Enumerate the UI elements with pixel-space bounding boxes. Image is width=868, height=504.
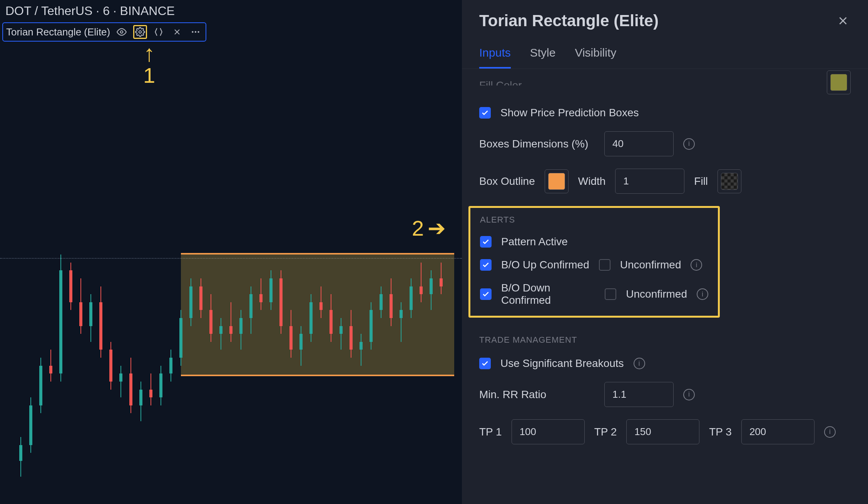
tp2-label: TP 2 [594, 426, 617, 438]
fill-label: Fill [694, 175, 708, 188]
chart-symbol-title[interactable]: DOT / TetherUS · 6 · BINANCE [5, 4, 175, 18]
bo-up-label: B/O Up Confirmed [501, 259, 589, 271]
annotation-1: ↑ 1 [143, 44, 155, 88]
width-label: Width [578, 175, 606, 188]
chart-area[interactable]: DOT / TetherUS · 6 · BINANCE Torian Rect… [0, 0, 462, 504]
bo-up-checkbox[interactable] [480, 259, 492, 271]
svg-point-5 [195, 31, 196, 33]
tp1-label: TP 1 [479, 426, 502, 438]
box-outline-label: Box Outline [479, 175, 535, 188]
arrow-right-icon: ➔ [428, 216, 446, 241]
indicator-legend[interactable]: Torian Rectangle (Elite) [2, 22, 206, 42]
alerts-section-highlight: ALERTS Pattern Active B/O Up Confirmed U… [468, 206, 720, 318]
panel-title: Torian Rectangle (Elite) [479, 12, 659, 30]
info-icon[interactable]: i [691, 259, 702, 271]
tab-style[interactable]: Style [530, 42, 556, 69]
info-icon[interactable]: i [683, 389, 695, 400]
show-boxes-checkbox[interactable] [479, 107, 491, 119]
info-icon[interactable]: i [634, 358, 645, 369]
panel-close-button[interactable] [835, 13, 851, 28]
tabs: Inputs Style Visibility [462, 42, 868, 69]
annotation-2: 2 ➔ [412, 216, 446, 241]
boxes-dim-input[interactable] [604, 131, 674, 156]
trade-mgmt-heading: TRADE MANAGEMENT [479, 335, 851, 345]
arrow-up-icon: ↑ [143, 44, 155, 63]
bo-down-label: B/O Down Confirmed [501, 282, 595, 306]
info-icon[interactable]: i [824, 426, 836, 438]
bo-up-unconfirmed-checkbox[interactable] [599, 259, 610, 271]
use-sig-breakouts-label: Use Significant Breakouts [500, 357, 624, 370]
min-rr-input[interactable] [604, 382, 674, 407]
more-icon[interactable] [189, 25, 202, 39]
tp3-label: TP 3 [709, 426, 732, 438]
outline-color-swatch[interactable] [548, 173, 565, 190]
indicator-name: Torian Rectangle (Elite) [6, 26, 110, 38]
source-code-icon[interactable] [152, 25, 166, 39]
tp3-input[interactable] [741, 419, 814, 444]
alerts-heading: ALERTS [480, 215, 708, 225]
bo-up-unconfirmed-label: Unconfirmed [620, 259, 681, 271]
pattern-active-label: Pattern Active [501, 236, 568, 248]
info-icon[interactable]: i [697, 288, 708, 300]
eye-icon[interactable] [115, 25, 129, 39]
fill-color-swatch[interactable] [830, 74, 847, 91]
pattern-active-checkbox[interactable] [480, 236, 492, 248]
settings-panel: Torian Rectangle (Elite) Inputs Style Vi… [462, 0, 868, 504]
svg-point-6 [198, 31, 199, 33]
bo-down-unconfirmed-label: Unconfirmed [626, 288, 687, 300]
use-sig-breakouts-checkbox[interactable] [479, 358, 491, 369]
svg-point-1 [139, 31, 142, 33]
svg-point-4 [192, 31, 193, 33]
min-rr-label: Min. RR Ratio [479, 388, 595, 401]
tab-inputs[interactable]: Inputs [479, 42, 511, 69]
info-icon[interactable]: i [683, 138, 695, 150]
candlestick-chart[interactable] [19, 239, 462, 501]
close-icon[interactable] [170, 25, 184, 39]
show-boxes-label: Show Price Prediction Boxes [500, 107, 639, 119]
boxes-dim-label: Boxes Dimensions (%) [479, 138, 595, 150]
tp2-input[interactable] [626, 419, 699, 444]
svg-point-0 [120, 31, 123, 33]
tab-visibility[interactable]: Visibility [575, 42, 616, 69]
bo-down-checkbox[interactable] [480, 288, 492, 300]
fill-color-label: Fill Color [479, 79, 522, 85]
gear-icon[interactable] [133, 25, 147, 39]
tp1-input[interactable] [512, 419, 585, 444]
bo-down-unconfirmed-checkbox[interactable] [605, 288, 616, 300]
fill-swatch[interactable] [721, 173, 738, 190]
width-input[interactable] [615, 169, 684, 194]
